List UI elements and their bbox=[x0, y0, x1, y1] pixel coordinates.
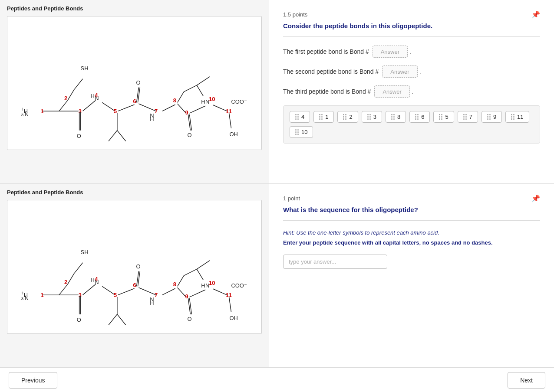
chip-4[interactable]: 4 bbox=[290, 111, 310, 123]
mol1-num5: 5 bbox=[114, 108, 117, 114]
question1-points: 1.5 points bbox=[283, 11, 307, 18]
mol1-h-n7: H bbox=[150, 116, 154, 122]
mol1-num11: 11 bbox=[226, 108, 232, 114]
mol2-num2: 2 bbox=[64, 279, 67, 285]
svg-line-2 bbox=[68, 90, 74, 101]
mol1-o1: O bbox=[77, 133, 81, 139]
chip-9-label: 9 bbox=[493, 114, 496, 120]
chip-8-label: 8 bbox=[397, 114, 400, 120]
drag-dots-4 bbox=[295, 114, 299, 120]
question1-molecule-box: H 3 N + 1 2 SH bbox=[7, 16, 262, 150]
answer-box-1[interactable]: Answer bbox=[373, 46, 408, 58]
question2-divider bbox=[283, 220, 540, 221]
sequence-input[interactable] bbox=[283, 255, 387, 269]
svg-line-53 bbox=[229, 297, 231, 312]
drag-dots-7 bbox=[463, 114, 467, 120]
svg-line-47 bbox=[197, 269, 203, 280]
question1-divider bbox=[283, 36, 540, 37]
mol2-coo: COO⁻ bbox=[231, 282, 247, 289]
drag-dots-2 bbox=[343, 114, 346, 120]
mol2-h-n10: H bbox=[201, 282, 205, 289]
mol1-num9: 9 bbox=[185, 109, 188, 116]
mol2-num6: 6 bbox=[133, 282, 136, 288]
mol1-num2: 2 bbox=[64, 95, 67, 101]
svg-line-46 bbox=[197, 261, 210, 269]
answer-row-1: The first peptide bond is Bond # Answer … bbox=[283, 46, 540, 58]
answer-row-2: The second peptide bond is Bond # Answer… bbox=[283, 65, 540, 78]
chip-9[interactable]: 9 bbox=[481, 111, 502, 123]
chip-5[interactable]: 5 bbox=[433, 111, 454, 123]
mol1-h-nh1: H bbox=[90, 93, 94, 99]
mol1-num10: 10 bbox=[209, 96, 215, 102]
chip-10-label: 10 bbox=[301, 129, 307, 135]
svg-line-35 bbox=[102, 286, 115, 295]
pin-icon-1[interactable]: 📌 bbox=[531, 10, 540, 19]
mol1-n-text: N bbox=[25, 111, 29, 118]
question2-points-row: 1 point 📌 bbox=[283, 194, 540, 203]
question1-row: Peptides and Peptide Bonds H 3 N + 1 bbox=[0, 0, 554, 184]
question2-right: 1 point 📌 What is the sequence for this … bbox=[269, 184, 554, 367]
question1-section-title: Peptides and Peptide Bonds bbox=[7, 5, 262, 12]
mol1-oh: OH bbox=[230, 131, 238, 137]
mol2-oh: OH bbox=[230, 315, 238, 321]
chip-2[interactable]: 2 bbox=[337, 111, 358, 123]
drag-dots-11 bbox=[511, 114, 514, 120]
drag-dots-10 bbox=[295, 129, 299, 135]
svg-line-29 bbox=[68, 274, 74, 284]
molecule2-svg: H 3 N + 1 2 SH bbox=[12, 205, 257, 329]
svg-line-25 bbox=[213, 105, 227, 111]
svg-line-19 bbox=[197, 77, 210, 85]
questions-area: Peptides and Peptide Bonds H 3 N + 1 bbox=[0, 0, 554, 368]
chip-3-label: 3 bbox=[373, 114, 376, 120]
svg-line-51 bbox=[189, 290, 205, 297]
chip-1-label: 1 bbox=[325, 114, 328, 120]
chip-2-label: 2 bbox=[349, 114, 352, 120]
drag-dots-3 bbox=[367, 114, 371, 120]
question2-molecule-box: H 3 N + 1 2 SH bbox=[7, 200, 262, 334]
svg-line-24 bbox=[189, 106, 205, 113]
question2-section-title: Peptides and Peptide Bonds bbox=[7, 189, 262, 196]
question2-points: 1 point bbox=[283, 195, 300, 202]
mol1-o2-up: O bbox=[136, 79, 140, 86]
previous-button[interactable]: Previous bbox=[9, 372, 57, 389]
answer-box-2[interactable]: Answer bbox=[382, 65, 417, 78]
chip-3[interactable]: 3 bbox=[362, 111, 382, 123]
mol2-num10: 10 bbox=[209, 280, 215, 286]
chip-8[interactable]: 8 bbox=[386, 111, 406, 123]
mol1-coo: COO⁻ bbox=[231, 98, 247, 105]
mol1-num6: 6 bbox=[133, 98, 136, 105]
chip-10[interactable]: 10 bbox=[290, 126, 313, 138]
chip-5-label: 5 bbox=[445, 114, 448, 120]
mol2-sh: SH bbox=[81, 249, 89, 255]
svg-line-39 bbox=[118, 288, 135, 295]
drag-dots-9 bbox=[487, 114, 491, 120]
question1-text: Consider the peptide bonds in this oligo… bbox=[283, 22, 540, 29]
chip-1[interactable]: 1 bbox=[313, 111, 334, 123]
svg-line-17 bbox=[178, 92, 184, 103]
mol2-h-nh1: H bbox=[90, 277, 94, 283]
next-button[interactable]: Next bbox=[508, 372, 545, 389]
svg-line-30 bbox=[74, 263, 83, 274]
answer-row-3: The third peptide bond is Bond # Answer … bbox=[283, 85, 540, 98]
svg-line-20 bbox=[197, 85, 203, 96]
mol2-h3n-sub: 3 bbox=[21, 296, 24, 301]
svg-line-16 bbox=[162, 105, 175, 111]
svg-line-52 bbox=[213, 289, 227, 295]
chip-7[interactable]: 7 bbox=[458, 111, 478, 123]
drag-dots-1 bbox=[319, 114, 323, 120]
answer-box-3[interactable]: Answer bbox=[374, 85, 409, 98]
main-layout: Peptides and Peptide Bonds H 3 N + 1 bbox=[0, 0, 554, 392]
mol2-o1: O bbox=[77, 317, 81, 323]
mol2-o2-up: O bbox=[136, 263, 140, 270]
svg-line-42 bbox=[138, 287, 156, 295]
pin-icon-2[interactable]: 📌 bbox=[531, 194, 540, 203]
chip-11[interactable]: 11 bbox=[505, 111, 529, 123]
svg-line-10 bbox=[109, 131, 117, 141]
mol2-n-text: N bbox=[25, 295, 29, 301]
mol2-o3-down: O bbox=[187, 316, 191, 322]
mol2-num1: 1 bbox=[40, 292, 43, 298]
mol2-num5: 5 bbox=[114, 292, 117, 298]
svg-line-1 bbox=[59, 100, 68, 111]
chip-6[interactable]: 6 bbox=[409, 111, 430, 123]
svg-line-34 bbox=[83, 284, 96, 295]
